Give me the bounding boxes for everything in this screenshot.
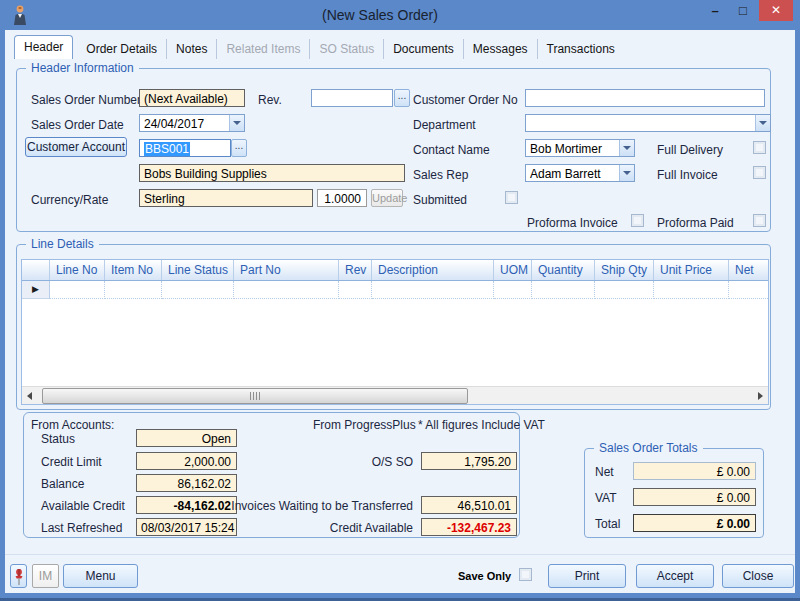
minimize-button[interactable]: – (702, 2, 728, 21)
chevron-down-icon[interactable] (755, 115, 770, 131)
tab-header[interactable]: Header (14, 35, 73, 59)
proforma-paid-label: Proforma Paid (657, 216, 734, 230)
sales-order-number-field: (Next Available) (139, 89, 245, 107)
tab-messages[interactable]: Messages (464, 39, 538, 59)
column-header-part-no[interactable]: Part No (234, 260, 339, 280)
horizontal-scrollbar[interactable] (22, 386, 768, 404)
customer-order-no-field[interactable] (525, 89, 765, 107)
total-label: Total (595, 517, 620, 531)
currency-field: Sterling (139, 189, 313, 207)
full-delivery-label: Full Delivery (657, 143, 723, 157)
column-header-net[interactable]: Net (729, 260, 768, 280)
customer-account-field[interactable]: BBS001 (139, 139, 231, 157)
sales-rep-combo[interactable]: Adam Barrett (525, 164, 635, 182)
rev-field[interactable] (311, 89, 393, 107)
window-title: (New Sales Order) (80, 7, 680, 23)
grid-selector-header (22, 260, 50, 280)
total-field: £ 0.00 (633, 514, 756, 532)
proforma-invoice-checkbox[interactable] (631, 214, 644, 227)
status-label: Status (41, 432, 75, 446)
accept-button[interactable]: Accept (636, 564, 714, 588)
balance-label: Balance (41, 477, 84, 491)
chevron-down-icon[interactable] (229, 115, 244, 131)
chevron-down-icon[interactable] (619, 140, 634, 156)
column-header-rev[interactable]: Rev (339, 260, 372, 280)
rate-field[interactable]: 1.0000 (317, 189, 367, 207)
customer-account-button[interactable]: Customer Account (25, 137, 127, 157)
column-header-unit-price[interactable]: Unit Price (654, 260, 729, 280)
customer-account-browse-button[interactable]: ... (231, 139, 247, 157)
full-invoice-label: Full Invoice (657, 168, 718, 182)
invoices-waiting-label: Invoices Waiting to be Transferred (231, 499, 413, 513)
grid-header-row: Line No Item No Line Status Part No Rev … (22, 260, 768, 281)
header-information-group: Header Information Sales Order Number (N… (16, 68, 771, 232)
im-button[interactable]: IM (32, 564, 59, 588)
save-only-checkbox[interactable] (519, 568, 532, 581)
contact-name-combo[interactable]: Bob Mortimer (525, 139, 635, 157)
print-button[interactable]: Print (548, 564, 626, 588)
credit-available-label: Credit Available (330, 521, 413, 535)
invoices-waiting-field: 46,510.01 (421, 496, 517, 514)
column-header-line-status[interactable]: Line Status (162, 260, 234, 280)
tab-order-details[interactable]: Order Details (77, 39, 167, 59)
contact-name-value: Bob Mortimer (530, 142, 602, 156)
tab-notes[interactable]: Notes (167, 39, 217, 59)
row-selector-icon: ▶ (22, 281, 50, 299)
scroll-left-icon[interactable] (22, 387, 38, 404)
column-header-uom[interactable]: UOM (494, 260, 532, 280)
scrollbar-grip-icon (250, 392, 260, 400)
proforma-paid-checkbox[interactable] (753, 214, 766, 227)
pin-button[interactable] (10, 564, 27, 588)
sales-order-date-combo[interactable]: 24/04/2017 (139, 114, 245, 132)
from-accounts-title: From Accounts: (31, 418, 114, 432)
last-refreshed-label: Last Refreshed (41, 521, 122, 535)
contact-name-label: Contact Name (413, 143, 490, 157)
full-invoice-checkbox[interactable] (753, 166, 766, 179)
sales-order-totals-title: Sales Order Totals (594, 441, 703, 455)
available-credit-label: Available Credit (41, 499, 125, 513)
net-label: Net (595, 465, 614, 479)
rev-browse-button[interactable]: ... (394, 89, 410, 107)
column-header-description[interactable]: Description (372, 260, 494, 280)
last-refreshed-field: 08/03/2017 15:24 (136, 518, 237, 536)
pushpin-icon (14, 568, 24, 586)
sales-order-number-label: Sales Order Number (31, 93, 141, 107)
credit-available-field: -132,467.23 (421, 518, 517, 536)
tab-documents[interactable]: Documents (384, 39, 464, 59)
table-row[interactable]: ▶ (22, 281, 768, 299)
close-window-button[interactable]: ✕ (759, 0, 793, 21)
credit-limit-label: Credit Limit (41, 455, 102, 469)
column-header-line-no[interactable]: Line No (50, 260, 105, 280)
menu-button[interactable]: Menu (63, 564, 138, 588)
department-combo[interactable] (525, 114, 771, 132)
accounts-panel: From Accounts: From ProgressPlus * All f… (23, 412, 520, 538)
maximize-button[interactable]: □ (730, 2, 756, 21)
grid-body: ▶ (22, 281, 768, 388)
balance-field: 86,162.02 (136, 474, 237, 492)
save-only-label: Save Only (458, 570, 511, 582)
sales-rep-label: Sales Rep (413, 168, 468, 182)
window-content: Header Order Details Notes Related Items… (5, 30, 795, 593)
column-header-quantity[interactable]: Quantity (532, 260, 595, 280)
line-details-title: Line Details (26, 237, 99, 251)
scrollbar-thumb[interactable] (42, 388, 468, 404)
submitted-checkbox[interactable] (505, 191, 518, 204)
vat-field: £ 0.00 (633, 488, 756, 506)
column-header-item-no[interactable]: Item No (105, 260, 162, 280)
scroll-right-icon[interactable] (752, 387, 768, 404)
close-button[interactable]: Close (722, 564, 794, 588)
net-field: £ 0.00 (633, 462, 756, 480)
tab-transactions[interactable]: Transactions (538, 39, 624, 59)
vat-label: VAT (595, 491, 617, 505)
full-delivery-checkbox[interactable] (753, 141, 766, 154)
chevron-down-icon[interactable] (619, 165, 634, 181)
column-header-ship-qty[interactable]: Ship Qty (595, 260, 654, 280)
customer-order-no-label: Customer Order No (413, 93, 518, 107)
vat-note: * All figures Include VAT (418, 418, 545, 432)
status-field: Open (136, 429, 237, 447)
tab-related-items: Related Items (217, 39, 310, 59)
sales-rep-value: Adam Barrett (530, 167, 601, 181)
line-details-group: Line Details Line No Item No Line Status… (16, 244, 771, 410)
update-button: Update (371, 189, 403, 207)
department-label: Department (413, 118, 476, 132)
